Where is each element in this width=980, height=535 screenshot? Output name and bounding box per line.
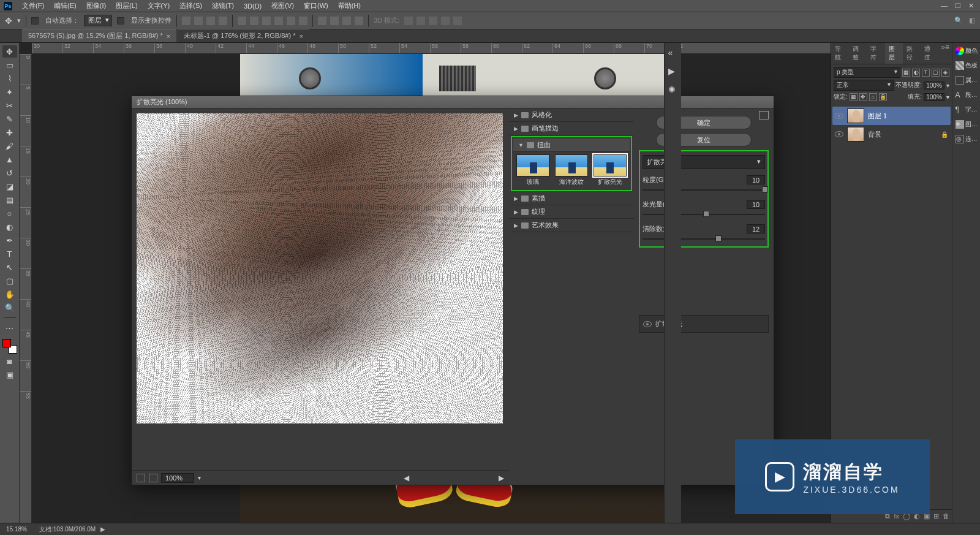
fill-icon[interactable] [149,474,157,482]
menu-select[interactable]: 选择(S) [175,1,207,10]
move-tool[interactable]: ✥ [2,45,17,58]
align-icon[interactable] [219,17,227,25]
distribute-icon[interactable] [262,17,271,25]
type-tool[interactable]: T [2,248,17,260]
panel-tab[interactable]: 调整 [849,43,867,64]
panel-tab[interactable]: 通道 [921,43,938,64]
hand-tool[interactable]: ✋ [2,288,17,300]
lock-all-icon[interactable]: 🔒 [879,93,887,101]
wand-tool[interactable]: ✦ [2,86,17,98]
menu-view[interactable]: 视图(V) [266,1,299,10]
filter-smart-icon[interactable]: ◈ [941,69,949,77]
chevron-down-icon[interactable]: ▾ [17,17,21,25]
layer-row[interactable]: 图层 1 [832,107,951,125]
menu-layer[interactable]: 图层(L) [111,1,142,10]
new-layer-icon[interactable]: ⊞ [933,512,939,520]
filter-pixel-icon[interactable]: ▦ [902,69,910,77]
menu-help[interactable]: 帮助(H) [333,1,366,10]
panel-tab[interactable]: 导航 [831,43,849,64]
dodge-tool[interactable]: ◐ [2,221,17,233]
panel-tab-layers[interactable]: 图层 [885,43,903,64]
align-icon[interactable] [206,17,215,25]
edit-toolbar-icon[interactable]: ⋯ [2,322,17,334]
menu-window[interactable]: 窗口(W) [299,1,333,10]
clear-input[interactable] [747,224,765,233]
swatches-panel-toggle[interactable]: 色板 [956,61,978,70]
maximize-icon[interactable]: ☐ [955,2,961,10]
glow-slider[interactable] [643,211,765,218]
arrange-icon[interactable] [355,17,363,25]
layers-panel-toggle[interactable]: ◈图… [956,120,978,129]
menu-file[interactable]: 文件(F) [17,1,49,10]
screen-mode-icon[interactable]: ▣ [2,368,17,381]
color-panel-toggle[interactable]: 颜色 [956,47,978,55]
menu-3d[interactable]: 3D(D) [239,2,266,10]
properties-panel-toggle[interactable]: 属… [956,76,978,85]
glow-input[interactable] [747,200,765,209]
document-tab[interactable]: 5675675 (5).jpg @ 15.2% (图层 1, RGB/8#) *… [22,29,176,42]
lock-artboard-icon[interactable]: ⌂ [869,93,877,101]
preview-zoom[interactable]: 100% [161,473,194,483]
arrange-icon[interactable] [330,17,339,25]
delete-icon[interactable]: 🗑 [943,512,949,520]
filter-shape-icon[interactable]: ▢ [932,69,940,77]
panel-menu-icon[interactable]: »≡ [938,43,952,64]
layer-thumbnail[interactable] [847,108,864,123]
character-panel-toggle[interactable]: A段… [956,91,978,99]
pen-tool[interactable]: ✒ [2,234,17,246]
workspace-icon[interactable]: ◧ [969,17,975,25]
next-arrow-icon[interactable]: ▶ [499,474,504,482]
prev-arrow-icon[interactable]: ◀ [404,474,409,482]
toggle-browser-icon[interactable] [759,111,769,120]
distribute-icon[interactable] [238,17,246,25]
history-brush-tool[interactable]: ↺ [2,167,17,179]
brush-tool[interactable]: 🖌 [2,140,17,152]
clear-slider[interactable] [643,235,765,243]
fill-input[interactable]: 100% [924,93,944,101]
mask-mode-icon[interactable]: ◙ [2,355,17,367]
effect-select[interactable]: 扩散亮光▾ [643,155,765,169]
lock-pixels-icon[interactable]: ▦ [850,93,858,101]
actions-icon[interactable]: ▶ [668,66,678,76]
light-icon[interactable]: ✺ [668,85,678,94]
close-icon[interactable]: ✕ [968,2,974,10]
zoom-tool[interactable]: 🔍 [2,302,17,314]
distribute-icon[interactable] [250,17,258,25]
paragraph-panel-toggle[interactable]: ¶字… [956,105,978,114]
eraser-tool[interactable]: ◪ [2,180,17,192]
layer-row[interactable]: 背景 🔒 [832,125,951,143]
menu-image[interactable]: 图像(I) [81,1,111,10]
filter-group-distort[interactable]: ▼扭曲 [513,138,630,152]
menu-filter[interactable]: 滤镜(T) [207,1,239,10]
filter-thumb-ocean[interactable]: 海洋波纹 [553,154,590,186]
document-tab[interactable]: 未标题-1 @ 176% (矩形 2, RGB/8#) *× [178,29,309,42]
distribute-icon[interactable] [299,17,307,25]
lasso-tool[interactable]: ⌇ [2,72,17,85]
filter-thumb-glass[interactable]: 玻璃 [514,154,552,186]
distribute-icon[interactable] [274,17,283,25]
panel-tab[interactable]: 字符 [867,43,884,64]
align-icon[interactable] [194,17,203,25]
crop-tool[interactable]: ✂ [2,99,17,112]
effect-stack-item[interactable]: 扩散亮光 [642,318,766,330]
layer-thumbnail[interactable] [847,127,864,142]
graininess-slider[interactable] [643,186,765,194]
align-icon[interactable] [182,17,190,25]
arrange-icon[interactable] [342,17,351,25]
libraries-panel-toggle[interactable]: ◎连… [956,135,978,143]
auto-select-checkbox[interactable] [31,17,39,25]
filter-group[interactable]: ▶风格化 [509,108,634,122]
layer-filter-kind[interactable]: p 类型▾ [834,67,900,78]
visibility-icon[interactable] [835,131,843,137]
auto-select-target[interactable]: 图层 [84,15,112,26]
search-icon[interactable]: 🔍 [954,17,963,25]
menu-edit[interactable]: 编辑(E) [49,1,81,10]
document-size[interactable]: 文档:103.0M/206.0M [39,525,96,534]
filter-group[interactable]: ▶纹理 [509,205,634,219]
graininess-input[interactable] [747,175,765,184]
blur-tool[interactable]: ○ [2,207,17,219]
visibility-icon[interactable] [835,113,843,119]
filter-thumb-diffuse-glow[interactable]: 扩散亮光 [591,154,628,186]
eyedropper-tool[interactable]: ✎ [2,113,17,125]
arrange-icon[interactable] [318,17,326,25]
